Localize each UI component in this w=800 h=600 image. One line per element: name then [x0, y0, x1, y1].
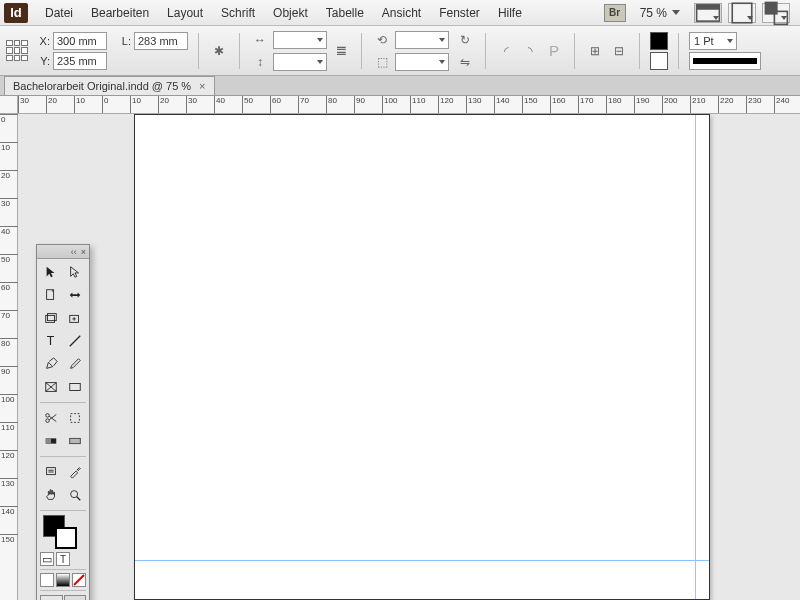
gap-tool[interactable] — [64, 284, 88, 306]
menu-table[interactable]: Tabelle — [317, 2, 373, 24]
close-icon[interactable]: × — [199, 80, 205, 92]
shear-field[interactable] — [395, 53, 449, 71]
scale-x-field[interactable] — [273, 31, 327, 49]
fill-swatch[interactable] — [650, 32, 668, 50]
flip-h-icon[interactable]: ⇋ — [455, 52, 475, 72]
ruler-h-tick: 80 — [326, 96, 337, 114]
type-tool[interactable]: T — [39, 330, 63, 352]
formatting-text-icon[interactable]: T — [56, 552, 70, 566]
menu-view[interactable]: Ansicht — [373, 2, 430, 24]
ruler-v-tick: 100 — [0, 394, 18, 404]
ruler-h-tick: 100 — [382, 96, 397, 114]
formatting-container-icon[interactable]: ▭ — [40, 552, 54, 566]
line-tool[interactable] — [64, 330, 88, 352]
align-b-icon[interactable]: ⊟ — [609, 41, 629, 61]
selection-tool[interactable] — [39, 261, 63, 283]
menu-window[interactable]: Fenster — [430, 2, 489, 24]
close-icon[interactable]: × — [81, 247, 86, 257]
apply-gradient-icon[interactable] — [56, 573, 70, 587]
guide-horizontal[interactable] — [135, 560, 709, 561]
shear-icon: ⬚ — [372, 52, 392, 72]
tools-panel[interactable]: ‹‹× T — [36, 244, 90, 600]
free-transform-tool[interactable] — [64, 407, 88, 429]
ruler-v-tick: 60 — [0, 282, 18, 292]
svg-rect-1 — [697, 4, 720, 9]
tools-panel-header[interactable]: ‹‹× — [37, 245, 89, 259]
pen-tool[interactable] — [39, 353, 63, 375]
page[interactable] — [134, 114, 710, 600]
view-options-button[interactable] — [694, 3, 722, 23]
direct-selection-tool[interactable] — [64, 261, 88, 283]
reference-point-icon[interactable] — [6, 40, 28, 62]
ruler-v-tick: 130 — [0, 478, 18, 488]
menu-type[interactable]: Schrift — [212, 2, 264, 24]
stroke-weight-field[interactable]: 1 Pt — [689, 32, 737, 50]
ruler-corner[interactable] — [0, 96, 18, 114]
link-icon[interactable]: 𝌆 — [331, 41, 351, 61]
rectangle-frame-tool[interactable] — [39, 376, 63, 398]
menu-help[interactable]: Hilfe — [489, 2, 531, 24]
scale-y-icon: ↕ — [250, 52, 270, 72]
zoom-dropdown[interactable]: 75 % — [638, 6, 680, 20]
content-collector-tool[interactable] — [39, 307, 63, 329]
collapse-icon[interactable]: ‹‹ — [71, 247, 77, 257]
svg-line-10 — [70, 336, 81, 347]
gradient-feather-tool[interactable] — [64, 430, 88, 452]
bridge-button[interactable]: Br — [604, 4, 626, 22]
menu-file[interactable]: Datei — [36, 2, 82, 24]
svg-rect-19 — [71, 414, 80, 423]
arc-c-icon[interactable]: ◜ — [496, 41, 516, 61]
document-tab[interactable]: Bachelorarbeit Original.indd @ 75 % × — [4, 76, 215, 95]
ruler-horizontal[interactable]: 3020100102030405060708090100110120130140… — [18, 96, 800, 114]
ruler-h-tick: 10 — [130, 96, 141, 114]
apply-none-icon[interactable] — [72, 573, 86, 587]
note-tool[interactable] — [39, 461, 63, 483]
canvas[interactable] — [18, 114, 800, 600]
ruler-h-tick: 60 — [270, 96, 281, 114]
y-field[interactable]: 235 mm — [53, 52, 107, 70]
content-placer-tool[interactable] — [64, 307, 88, 329]
ruler-v-tick: 80 — [0, 338, 18, 348]
rotate-field[interactable] — [395, 31, 449, 49]
zoom-tool[interactable] — [64, 484, 88, 506]
ruler-h-tick: 170 — [578, 96, 593, 114]
svg-text:T: T — [46, 334, 54, 348]
view-mode-normal[interactable] — [40, 595, 63, 600]
p-icon[interactable]: P — [544, 41, 564, 61]
menu-layout[interactable]: Layout — [158, 2, 212, 24]
hand-tool[interactable] — [39, 484, 63, 506]
scale-y-field[interactable] — [273, 53, 327, 71]
workspace: 0102030405060708090100110120130140150 ‹‹… — [0, 114, 800, 600]
menu-edit[interactable]: Bearbeiten — [82, 2, 158, 24]
screen-mode-button[interactable] — [728, 3, 756, 23]
menubar: Id Datei Bearbeiten Layout Schrift Objek… — [0, 0, 800, 26]
rectangle-tool[interactable] — [64, 376, 88, 398]
ruler-h-tick: 240 — [774, 96, 789, 114]
scissors-tool[interactable] — [39, 407, 63, 429]
fill-stroke-control[interactable] — [41, 513, 85, 549]
gradient-swatch-tool[interactable] — [39, 430, 63, 452]
stroke-swatch[interactable] — [650, 52, 668, 70]
guide-vertical[interactable] — [695, 115, 696, 599]
eyedropper-tool[interactable] — [64, 461, 88, 483]
arrange-button[interactable] — [762, 3, 790, 23]
rotate-cw-icon[interactable]: ↻ — [455, 30, 475, 50]
apply-color-icon[interactable] — [40, 573, 54, 587]
menu-object[interactable]: Objekt — [264, 2, 317, 24]
pencil-tool[interactable] — [64, 353, 88, 375]
l-field[interactable]: 283 mm — [134, 32, 188, 50]
view-mode-preview[interactable] — [64, 595, 87, 600]
svg-rect-3 — [765, 1, 778, 14]
x-field[interactable]: 300 mm — [53, 32, 107, 50]
svg-point-27 — [71, 491, 78, 498]
ruler-v-tick: 110 — [0, 422, 18, 432]
page-tool[interactable] — [39, 284, 63, 306]
y-label: Y: — [36, 55, 50, 67]
arc-d-icon[interactable]: ◝ — [520, 41, 540, 61]
stroke-style-field[interactable] — [689, 52, 761, 70]
bug-icon[interactable]: ✱ — [209, 41, 229, 61]
align-a-icon[interactable]: ⊞ — [585, 41, 605, 61]
stroke-color-icon[interactable] — [55, 527, 77, 549]
document-tab-label: Bachelorarbeit Original.indd @ 75 % — [13, 80, 191, 92]
ruler-vertical[interactable]: 0102030405060708090100110120130140150 — [0, 114, 18, 600]
